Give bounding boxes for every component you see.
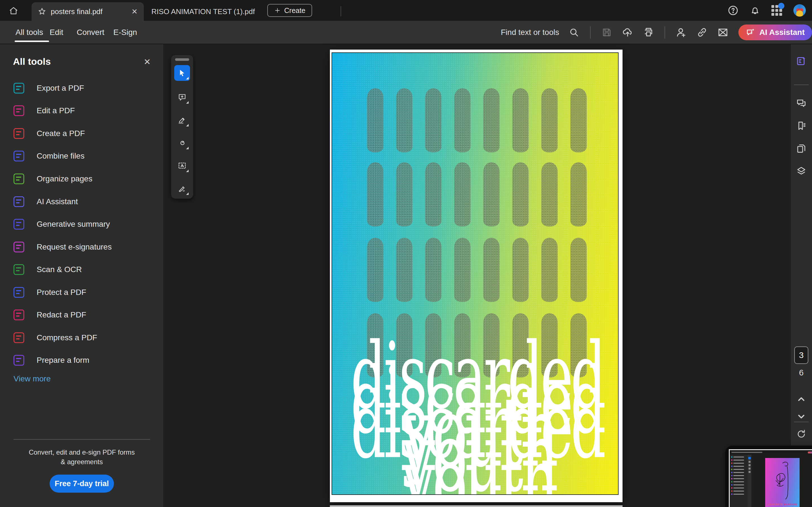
poster-shape [425,88,442,152]
sidebar-item-ai-assistant[interactable]: AI Assistant [0,190,163,213]
pdf-page[interactable]: discarded discarded discarded youth yout… [330,50,622,502]
sidebar-item-prepare-a-form[interactable]: Prepare a form [0,349,163,372]
sidebar-item-edit-a-pdf[interactable]: Edit a PDF [0,100,163,122]
poster-shape [367,88,384,152]
bookmarks-panel-button[interactable] [795,120,808,132]
upload-cloud-button[interactable] [620,25,635,40]
notifications-button[interactable] [749,5,761,16]
active-menu-underline [15,41,49,42]
create-pdf-icon [13,128,24,139]
close-icon[interactable]: ✕ [132,7,138,16]
print-icon [643,27,654,38]
organize-pages-icon [13,173,24,184]
tab-title: RISO ANIMATION TEST (1).pdf [151,7,255,16]
menu-esign[interactable]: E-Sign [113,21,137,44]
star-icon[interactable] [38,7,46,16]
layers-panel-button[interactable] [795,165,808,177]
poster-shape [454,162,470,226]
rotate-page-icon [796,429,807,439]
sidebar-item-label: Export a PDF [37,83,84,93]
create-button[interactable]: Create [267,4,312,17]
poster-shape [425,238,442,302]
fill-sign-tool-button[interactable] [174,180,190,196]
sidebar-item-export-a-pdf[interactable]: Export a PDF [0,77,163,100]
sidebar-item-organize-pages[interactable]: Organize pages [0,168,163,190]
select-tool-button[interactable] [174,65,190,81]
email-icon [717,27,728,38]
print-button[interactable] [641,25,656,40]
sidebar-item-scan-ocr[interactable]: Scan & OCR [0,258,163,281]
chevron-up-icon [796,394,806,404]
rotate-page-button[interactable] [795,428,808,440]
user-avatar[interactable] [794,4,806,17]
poster-shape [512,162,529,226]
apps-grid-icon[interactable] [771,4,783,16]
sidebar-item-label: Protect a PDF [37,288,86,297]
sidebar-item-redact-a-pdf[interactable]: Redact a PDF [0,304,163,326]
chevron-down-icon [796,411,806,421]
sidebar-item-request-esignatures[interactable]: Request e-signatures [0,236,163,258]
mini-sidebar-item [731,469,748,470]
highlighter-tool-button[interactable] [174,112,190,128]
tab-title: posters final.pdf [51,7,103,16]
screen-preview-window[interactable]: CONCRETE WARFARE [725,446,812,507]
share-add-user-button[interactable] [674,25,689,40]
poster-shape [541,88,558,152]
help-button[interactable] [727,5,739,16]
find-text-label[interactable]: Find text or tools [501,28,559,37]
sidebar-item-protect-a-pdf[interactable]: Protect a PDF [0,281,163,304]
tab-posters-final[interactable]: posters final.pdf ✕ [32,2,144,21]
generative-summary-icon [13,219,24,230]
mini-sidebar-item [731,481,748,483]
page-thumbnails-button[interactable] [795,142,808,155]
tab-riso-animation[interactable]: RISO ANIMATION TEST (1).pdf [151,2,255,21]
add-comment-icon [177,93,187,102]
mini-sidebar-item [731,494,748,495]
free-trial-label: Free 7-day trial [55,480,109,488]
home-button[interactable] [7,5,20,16]
current-page-input[interactable]: 3 [794,346,808,364]
draw-tool-button[interactable] [174,135,190,151]
menu-convert[interactable]: Convert [77,21,104,44]
sidebar-item-combine-files[interactable]: Combine files [0,145,163,167]
toolbar-divider [590,26,591,39]
highlighter-icon [177,115,187,124]
comments-panel-button[interactable] [795,97,808,110]
free-trial-button[interactable]: Free 7-day trial [50,474,114,493]
copy-link-button[interactable] [695,25,709,40]
generative-summary-icon [796,55,807,67]
panel-close-button[interactable]: ✕ [142,57,152,67]
add-text-tool-button[interactable] [174,158,190,173]
mini-sidebar-item [731,484,748,486]
menu-all-tools[interactable]: All tools [15,21,43,44]
generative-summary-rail-button[interactable] [795,55,808,67]
ai-assistant-button[interactable]: AI Assistant [739,24,812,40]
link-icon [696,27,708,38]
poster-text-youth: youth [402,434,556,495]
add-comment-tool-button[interactable] [174,89,190,105]
sidebar-item-compress-a-pdf[interactable]: Compress a PDF [0,327,163,349]
add-text-box-icon [177,161,187,170]
next-page-edge [330,505,622,507]
poster-shape [454,238,470,302]
sidebar-item-label: AI Assistant [37,197,78,206]
next-page-button[interactable] [795,410,808,423]
view-more-link[interactable]: View more [13,374,51,383]
help-icon [727,5,739,16]
bell-icon [749,5,761,16]
palette-drag-handle[interactable] [175,58,189,61]
search-button[interactable] [567,25,581,40]
previous-page-button[interactable] [795,393,808,405]
poster-shape [570,162,587,226]
poster-shape [570,238,587,302]
toolbar-divider [665,26,665,39]
sidebar-item-generative-summary[interactable]: Generative summary [0,213,163,235]
acrobat-window: posters final.pdf ✕ RISO ANIMATION TEST … [0,0,812,507]
skateboard-doodle [765,458,800,507]
sidebar-item-label: Create a PDF [37,129,85,138]
fill-sign-icon [177,184,187,193]
mini-sidebar-item [731,456,748,458]
sidebar-item-create-a-pdf[interactable]: Create a PDF [0,122,163,145]
menu-edit[interactable]: Edit [50,21,63,44]
email-button[interactable] [716,25,730,40]
